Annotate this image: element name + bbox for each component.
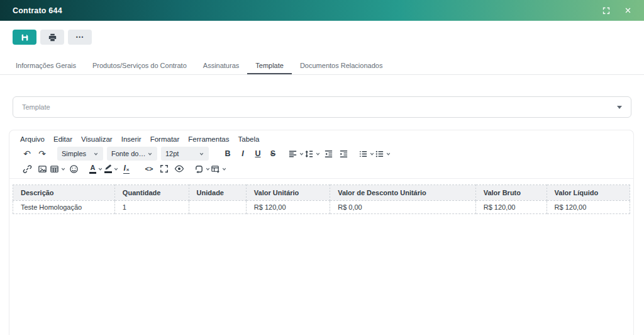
table-row: Teste Homologação 1 R$ 120,00 R$ 0,00 R$… (13, 201, 630, 214)
chevron-down-icon (299, 151, 304, 157)
menu-visualizar[interactable]: Visualizar (77, 133, 117, 145)
emoji-button[interactable] (66, 162, 81, 176)
underline-icon: U (255, 150, 260, 158)
template-select[interactable]: Template (13, 96, 631, 118)
italic-button[interactable]: I (235, 147, 250, 161)
source-code-icon: <> (145, 165, 153, 173)
tab-assinaturas[interactable]: Assinaturas (195, 58, 247, 74)
outdent-button[interactable] (321, 147, 336, 161)
indent-icon (339, 149, 348, 159)
align-left-icon (288, 149, 297, 159)
template-select-placeholder: Template (22, 103, 50, 111)
style-select[interactable]: Simples (57, 147, 103, 161)
menu-inserir[interactable]: Inserir (117, 133, 146, 145)
fullscreen-icon (160, 164, 169, 173)
col-header-valor-bruto[interactable]: Valor Bruto (475, 185, 547, 201)
chevron-down-icon (369, 151, 375, 157)
chevron-down-icon (386, 151, 391, 157)
undo-icon: ↶ (23, 149, 31, 158)
col-header-descricao[interactable]: Descrição (13, 185, 115, 201)
text-color-icon: A (89, 164, 96, 174)
contract-items-table: Descrição Quantidade Unidade Valor Unitá… (13, 185, 630, 214)
clear-format-icon: I× (123, 164, 129, 174)
toolbar-row-1: ↶ ↷ Simples Fonte do siste... 12pt B I U… (19, 146, 630, 161)
modal-header: Contrato 644 (0, 0, 644, 21)
tab-documentos-relacionados[interactable]: Documentos Relacionados (292, 58, 391, 74)
menu-tabela[interactable]: Tabela (234, 133, 264, 145)
cell-valor-unitario[interactable]: R$ 120,00 (246, 201, 330, 214)
menu-ferramentas[interactable]: Ferramentas (184, 133, 233, 145)
chevron-down-icon (60, 166, 66, 172)
tab-produtos-servicos[interactable]: Produtos/Serviços do Contrato (84, 58, 195, 74)
emoji-icon (69, 164, 79, 174)
table-star-icon (211, 164, 220, 174)
image-button[interactable] (35, 162, 50, 176)
col-header-valor-desconto[interactable]: Valor de Desconto Unitário (330, 185, 476, 201)
cell-valor-liquido[interactable]: R$ 120,00 (547, 201, 630, 214)
cell-unidade[interactable] (189, 201, 246, 214)
tab-informacoes-gerais[interactable]: Informações Gerais (8, 58, 84, 74)
header-controls (602, 7, 631, 14)
tab-template[interactable]: Template (247, 58, 292, 74)
underline-button[interactable]: U (250, 147, 265, 161)
strikethrough-icon: S (270, 150, 275, 158)
menu-formatar[interactable]: Formatar (146, 133, 184, 145)
more-button[interactable]: ⋯ (68, 30, 92, 45)
font-family-select[interactable]: Fonte do siste... (107, 147, 157, 161)
cell-valor-bruto[interactable]: R$ 120,00 (475, 201, 547, 214)
chevron-down-icon (113, 166, 119, 172)
col-header-quantidade[interactable]: Quantidade (114, 185, 189, 201)
text-color-button[interactable]: A (89, 162, 104, 176)
save-icon (21, 33, 29, 42)
numbered-list-button[interactable] (358, 147, 375, 161)
source-code-button[interactable]: <> (142, 162, 157, 176)
highlight-color-button[interactable] (104, 162, 119, 176)
print-icon (48, 33, 57, 42)
table-button[interactable] (50, 162, 66, 176)
align-select[interactable] (288, 147, 304, 161)
link-button[interactable] (19, 162, 35, 176)
redo-button[interactable]: ↷ (35, 147, 50, 161)
toolbar-row-2: A I× <> (19, 161, 630, 176)
expand-icon[interactable] (602, 7, 610, 14)
italic-icon: I (242, 150, 243, 158)
replace-button[interactable] (194, 162, 211, 176)
cell-descricao[interactable]: Teste Homologação (13, 201, 115, 214)
chevron-down-icon (147, 151, 153, 157)
line-height-icon (304, 149, 314, 159)
close-icon[interactable] (625, 7, 631, 14)
bold-button[interactable]: B (220, 147, 235, 161)
bullet-list-button[interactable] (375, 147, 391, 161)
col-header-unidade[interactable]: Unidade (189, 185, 246, 201)
tabs-bar: Informações Gerais Produtos/Serviços do … (0, 58, 644, 75)
highlight-pen-icon (104, 164, 112, 173)
indent-button[interactable] (336, 147, 351, 161)
image-icon (38, 164, 47, 174)
menu-editar[interactable]: Editar (49, 133, 77, 145)
cell-valor-desconto[interactable]: R$ 0,00 (330, 201, 476, 214)
preview-button[interactable] (172, 162, 187, 176)
clear-format-button[interactable]: I× (119, 162, 134, 176)
col-header-valor-liquido[interactable]: Valor Líquido (547, 185, 630, 201)
line-height-select[interactable] (304, 147, 321, 161)
chevron-down-icon (97, 166, 103, 172)
save-button[interactable] (13, 30, 36, 45)
outdent-icon (324, 149, 333, 159)
rich-text-editor: Arquivo Editar Visualizar Inserir Format… (9, 130, 634, 335)
editor-content[interactable]: Descrição Quantidade Unidade Valor Unitá… (9, 179, 633, 335)
strikethrough-button[interactable]: S (265, 147, 280, 161)
undo-button[interactable]: ↶ (19, 147, 35, 161)
col-header-valor-unitario[interactable]: Valor Unitário (246, 185, 330, 201)
font-size-select[interactable]: 12pt (161, 147, 209, 161)
table-icon (50, 164, 59, 174)
menu-arquivo[interactable]: Arquivo (16, 133, 49, 145)
print-button[interactable] (40, 30, 64, 45)
editor-menubar: Arquivo Editar Visualizar Inserir Format… (9, 130, 633, 145)
chevron-down-icon (205, 166, 211, 172)
action-toolbar: ⋯ (13, 30, 644, 45)
fullscreen-button[interactable] (157, 162, 172, 176)
bullet-list-icon (375, 149, 384, 159)
chevron-down-icon (199, 151, 204, 157)
table-insert-button[interactable] (211, 162, 227, 176)
cell-quantidade[interactable]: 1 (114, 201, 189, 214)
